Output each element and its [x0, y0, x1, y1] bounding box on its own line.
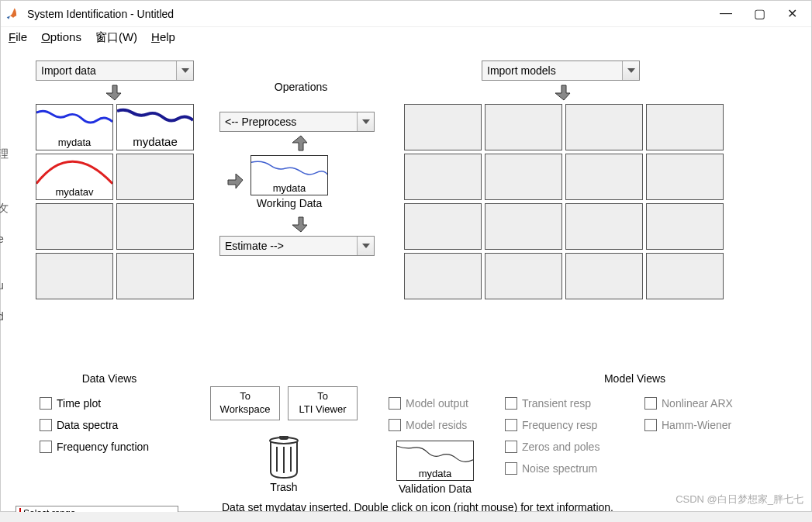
- checkbox-frequency-function[interactable]: Frequency function: [40, 441, 179, 453]
- clipped-text: d: [0, 310, 4, 323]
- clipped-text: 理: [0, 147, 9, 161]
- trash[interactable]: Trash: [202, 436, 365, 493]
- model-slot-empty[interactable]: [485, 203, 562, 250]
- data-board: mydata mydatae mydatav: [36, 104, 194, 299]
- wave-icon: [36, 105, 112, 136]
- estimate-dropdown[interactable]: Estimate -->: [219, 236, 375, 256]
- window-title: System Identification - Untitled: [27, 8, 720, 20]
- model-slot-empty[interactable]: [565, 104, 643, 150]
- model-slot-empty[interactable]: [404, 104, 482, 150]
- checkbox-frequency-resp: Frequency resp: [505, 419, 621, 431]
- checkbox-hamm-wiener: Hamm-Wiener: [644, 419, 753, 431]
- checkbox-icon: [40, 397, 52, 410]
- checkbox-icon: [389, 419, 401, 431]
- to-lti-viewer-button[interactable]: To LTI Viewer: [288, 386, 358, 420]
- data-slot-empty[interactable]: [116, 203, 194, 250]
- model-slot-empty[interactable]: [404, 154, 482, 200]
- clipped-text: e: [0, 233, 4, 245]
- checkbox-noise-spectrum: Noise spectrum: [505, 462, 621, 475]
- data-slot-mydata[interactable]: mydata: [36, 104, 113, 150]
- model-slot-empty[interactable]: [565, 154, 643, 200]
- data-slot-empty[interactable]: [36, 253, 113, 299]
- checkbox-icon: [505, 462, 517, 475]
- checkbox-zeros-poles: Zeros and poles: [505, 441, 621, 453]
- wave-icon: [397, 441, 473, 468]
- model-slot-empty[interactable]: [404, 203, 482, 250]
- clipped-text: 攵: [0, 202, 9, 216]
- model-slot-empty[interactable]: [646, 253, 724, 299]
- maximize-button[interactable]: ▢: [754, 6, 765, 21]
- minimize-button[interactable]: —: [720, 6, 732, 21]
- estimate-label: Estimate -->: [220, 240, 357, 252]
- data-slot-empty[interactable]: [116, 154, 194, 200]
- import-data-label: Import data: [36, 64, 176, 77]
- wave-icon: [251, 156, 327, 183]
- model-slot-empty[interactable]: [646, 104, 724, 150]
- checkbox-icon: [644, 397, 657, 410]
- menu-file[interactable]: File: [9, 30, 27, 45]
- wave-icon: [117, 105, 193, 136]
- watermark: CSDN @白日梦想家_胖七七: [676, 493, 803, 506]
- select-range-field[interactable]: Select range...: [16, 506, 178, 512]
- menu-help[interactable]: Help: [151, 30, 175, 45]
- data-slot-mydatav[interactable]: mydatav: [36, 154, 113, 200]
- content-area: Import data mydata mydatae mydatav: [1, 48, 811, 64]
- matlab-icon: [5, 6, 21, 22]
- arrow-right-icon: [219, 174, 251, 191]
- checkbox-icon: [505, 397, 517, 410]
- preprocess-dropdown[interactable]: <-- Preprocess: [219, 112, 375, 132]
- model-slot-empty[interactable]: [565, 203, 643, 250]
- model-slot-empty[interactable]: [646, 154, 724, 200]
- titlebar: System Identification - Untitled — ▢ ✕: [1, 1, 811, 27]
- checkbox-data-spectra[interactable]: Data spectra: [40, 419, 179, 431]
- arrow-down-icon: [219, 213, 382, 236]
- model-views-header: Model Views: [474, 372, 796, 385]
- checkbox-nonlinear-arx: Nonlinear ARX: [644, 397, 753, 410]
- menu-window[interactable]: 窗口(W): [95, 30, 137, 45]
- checkbox-model-resids: Model resids: [389, 419, 482, 431]
- model-slot-empty[interactable]: [485, 154, 562, 200]
- validation-data-thumb[interactable]: mydata: [396, 441, 474, 481]
- data-views-header: Data Views: [40, 372, 179, 385]
- arrow-down-icon: [36, 81, 194, 104]
- to-workspace-button[interactable]: To Workspace: [210, 386, 280, 420]
- preprocess-label: <-- Preprocess: [220, 116, 357, 128]
- checkbox-model-output: Model output: [389, 397, 482, 410]
- arrow-up-icon: [219, 132, 382, 155]
- clipped-text: u: [0, 279, 4, 292]
- chevron-down-icon[interactable]: [622, 61, 639, 80]
- model-slot-empty[interactable]: [404, 253, 482, 299]
- import-data-dropdown[interactable]: Import data: [36, 60, 194, 81]
- validation-data-label: Validation Data: [389, 482, 482, 495]
- arc-icon: [36, 154, 112, 185]
- chevron-down-icon[interactable]: [357, 237, 374, 255]
- checkbox-time-plot[interactable]: Time plot: [40, 397, 179, 410]
- close-button[interactable]: ✕: [787, 6, 797, 21]
- chevron-down-icon[interactable]: [357, 112, 374, 131]
- window-controls: — ▢ ✕: [720, 6, 797, 21]
- import-models-label: Import models: [482, 64, 622, 77]
- checkbox-icon: [505, 441, 517, 453]
- checkbox-icon: [40, 441, 52, 453]
- chevron-down-icon[interactable]: [176, 61, 193, 80]
- checkbox-icon: [389, 397, 401, 410]
- data-slot-empty[interactable]: [116, 253, 194, 299]
- checkbox-icon: [644, 419, 657, 431]
- trash-label: Trash: [270, 481, 297, 493]
- model-slot-empty[interactable]: [485, 104, 562, 150]
- operations-header: Operations: [219, 81, 382, 93]
- model-board: [404, 104, 724, 299]
- data-slot-mydatae[interactable]: mydatae: [116, 104, 194, 150]
- data-slot-empty[interactable]: [36, 203, 113, 250]
- menu-options[interactable]: Options: [41, 30, 81, 45]
- model-slot-empty[interactable]: [565, 253, 643, 299]
- checkbox-icon: [40, 419, 52, 431]
- arrow-down-icon: [404, 81, 724, 104]
- model-slot-empty[interactable]: [646, 203, 724, 250]
- trash-icon: [266, 436, 302, 481]
- working-data-thumb[interactable]: mydata: [251, 155, 328, 195]
- model-slot-empty[interactable]: [485, 253, 562, 299]
- import-models-dropdown[interactable]: Import models: [482, 60, 640, 81]
- checkbox-transient-resp: Transient resp: [505, 397, 621, 410]
- working-data-label: Working Data: [251, 197, 328, 209]
